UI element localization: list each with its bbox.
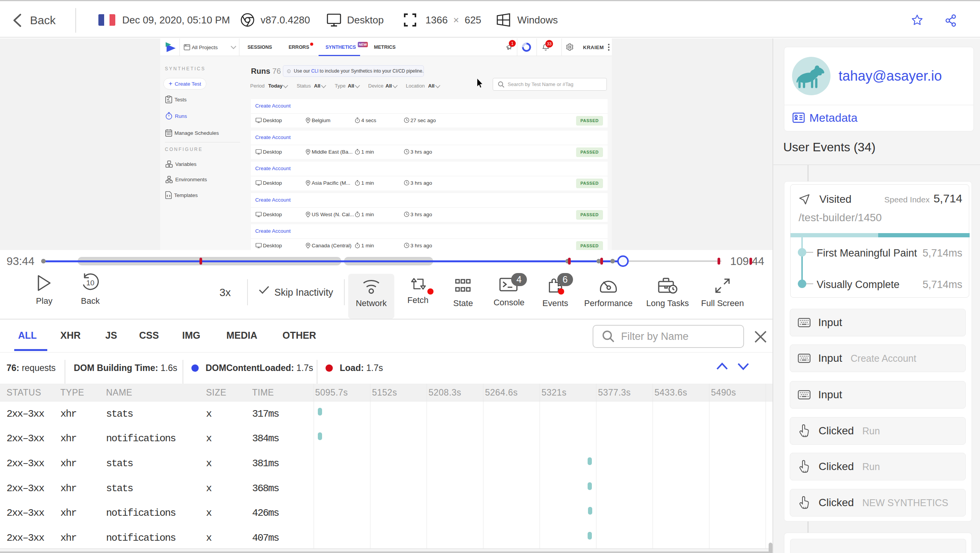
svg-text:10: 10 xyxy=(86,279,94,287)
